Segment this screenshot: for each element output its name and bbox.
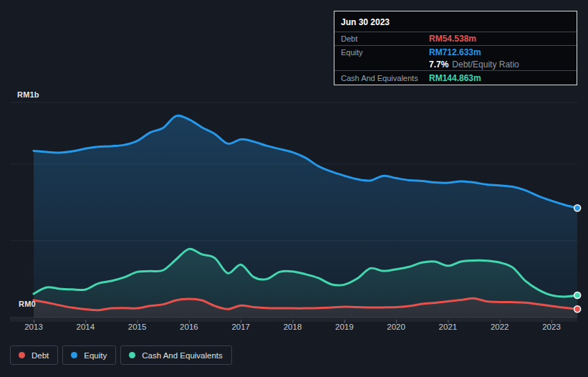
tooltip-ratio-row: 7.7% Debt/Equity Ratio bbox=[334, 59, 577, 70]
chart-legend: DebtEquityCash And Equivalents bbox=[10, 345, 232, 365]
legend-cash-dot-icon bbox=[129, 352, 135, 358]
tooltip-cash-label: Cash And Equivalents bbox=[334, 74, 429, 82]
tooltip-ratio-value: 7.7% bbox=[429, 59, 448, 70]
x-axis-year-label: 2023 bbox=[542, 323, 561, 331]
tooltip-cash-value: RM144.863m bbox=[429, 73, 481, 83]
legend-equity-label: Equity bbox=[84, 351, 107, 360]
x-axis-year-label: 2013 bbox=[24, 323, 43, 331]
debt-end-marker bbox=[574, 306, 581, 312]
x-axis-band bbox=[10, 318, 577, 323]
tooltip-debt-label: Debt bbox=[334, 34, 429, 43]
x-axis-year-label: 2019 bbox=[335, 323, 354, 331]
x-axis-year-label: 2021 bbox=[439, 323, 458, 331]
tooltip-debt-value: RM54.538m bbox=[429, 34, 476, 44]
x-axis-year-label: 2018 bbox=[284, 323, 302, 331]
legend-item-debt[interactable]: Debt bbox=[10, 345, 58, 365]
x-axis-year-label: 2022 bbox=[491, 323, 509, 331]
debt-equity-history-chart: RM1b RM0 2013201420152016201720182019202… bbox=[0, 0, 588, 377]
tooltip-date: Jun 30 2023 bbox=[334, 11, 577, 32]
tooltip-equity-value: RM712.633m bbox=[429, 47, 481, 57]
x-axis-year-label: 2015 bbox=[128, 323, 147, 331]
legend-item-cash[interactable]: Cash And Equivalents bbox=[120, 345, 232, 365]
tooltip-debt-row: Debt RM54.538m bbox=[334, 32, 577, 45]
x-axis-year-label: 2020 bbox=[387, 323, 405, 331]
tooltip-ratio-label: Debt/Equity Ratio bbox=[452, 59, 519, 70]
equity-end-marker bbox=[574, 205, 581, 211]
y-axis-max-label: RM1b bbox=[17, 90, 39, 99]
tooltip-equity-row: Equity RM712.633m bbox=[334, 45, 577, 59]
chart-tooltip: Jun 30 2023 Debt RM54.538m Equity RM712.… bbox=[334, 11, 577, 85]
x-axis-year-label: 2017 bbox=[231, 323, 250, 331]
tooltip-equity-label: Equity bbox=[334, 48, 429, 57]
legend-equity-dot-icon bbox=[71, 352, 77, 358]
tooltip-cash-row: Cash And Equivalents RM144.863m bbox=[334, 70, 577, 85]
cash-end-marker bbox=[574, 292, 581, 298]
legend-debt-dot-icon bbox=[19, 352, 25, 358]
x-axis-labels: 2013201420152016201720182019202020212022… bbox=[0, 323, 588, 334]
x-axis-year-label: 2014 bbox=[77, 323, 95, 331]
legend-item-equity[interactable]: Equity bbox=[62, 345, 116, 365]
legend-debt-label: Debt bbox=[32, 351, 49, 360]
legend-cash-label: Cash And Equivalents bbox=[142, 351, 223, 360]
y-axis-zero-label: RM0 bbox=[19, 300, 36, 308]
x-axis-year-label: 2016 bbox=[180, 323, 198, 331]
